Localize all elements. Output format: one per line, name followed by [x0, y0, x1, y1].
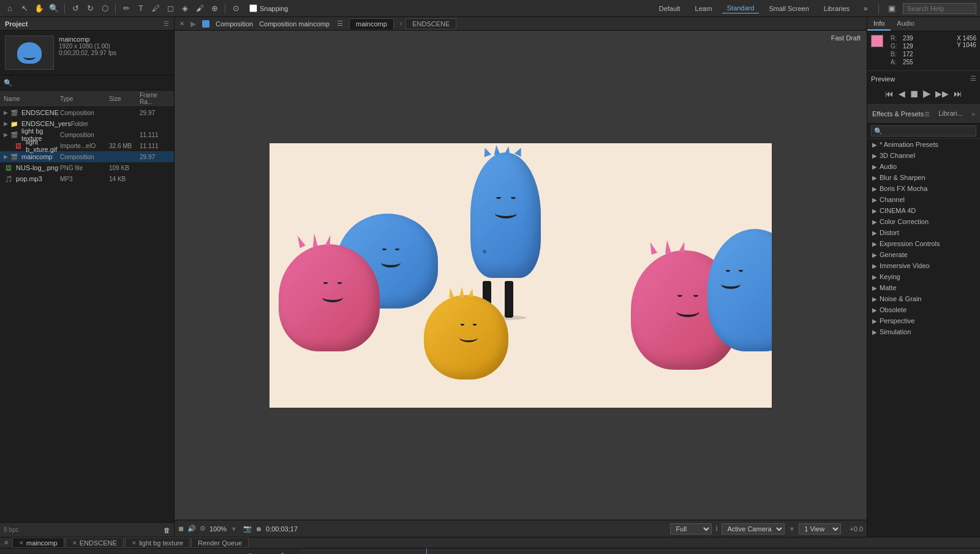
timeline-left-panel: 0;00;03;17 🔍 ↕ ⟳ + 📎 ◫ 00107 (29.97 fps)…: [0, 548, 301, 554]
home-icon[interactable]: ⌂: [4, 2, 16, 15]
workspace-standard[interactable]: Standard: [722, 3, 760, 13]
select-icon[interactable]: ↖: [18, 2, 31, 15]
cat-arrow-perspective: ▶: [872, 318, 877, 324]
hand-icon[interactable]: ✋: [33, 2, 45, 15]
timeline-tab-lightbg[interactable]: ✕ light bg texture: [125, 537, 190, 548]
preview-last-btn[interactable]: ⏭: [952, 88, 963, 100]
comp-preview-icon[interactable]: ◼: [178, 525, 184, 533]
comp-tab-endscene[interactable]: ENDSCENE: [405, 18, 456, 29]
pen-icon[interactable]: ✏: [120, 2, 132, 15]
project-search-input[interactable]: [15, 78, 170, 88]
project-item-6[interactable]: 🖼 NUS-log_.png PNG file 109 KB: [0, 162, 174, 173]
item3-expander[interactable]: ▶: [4, 132, 8, 138]
preview-menu-icon[interactable]: ☰: [970, 75, 976, 83]
effects-cat-immersive[interactable]: ▶ Immersive Video: [867, 260, 980, 271]
effects-cat-keying[interactable]: ▶ Keying: [867, 271, 980, 282]
timeline-tab-maincomp-x[interactable]: ✕: [19, 540, 24, 546]
text-icon[interactable]: T: [135, 2, 147, 15]
effects-equals-icon[interactable]: ☰: [924, 111, 930, 118]
preview-play-btn[interactable]: ▶: [922, 86, 932, 100]
effects-cat-color[interactable]: ▶ Color Correction: [867, 216, 980, 227]
preview-stop-btn[interactable]: ◼: [909, 86, 919, 100]
paint-icon[interactable]: 🖌: [194, 2, 206, 15]
effects-cat-cinema4d[interactable]: ▶ CINEMA 4D: [867, 205, 980, 216]
effects-cat-audio[interactable]: ▶ Audio: [867, 161, 980, 172]
comp-menu-icon[interactable]: ☰: [337, 20, 343, 28]
eraser-icon[interactable]: ◈: [179, 2, 191, 15]
project-item-4[interactable]: 🖼 light b_xture.gif Importe...eIO 32.6 M…: [0, 140, 174, 151]
preview-first-btn[interactable]: ⏮: [884, 88, 895, 100]
effects-cat-animation-presets[interactable]: ▶ * Animation Presets: [867, 139, 980, 150]
effects-cat-channel[interactable]: ▶ Channel: [867, 194, 980, 205]
item7-name: pop.mp3: [16, 175, 60, 182]
project-item-7[interactable]: 🎵 pop.mp3 MP3 14 KB: [0, 173, 174, 184]
tab-info[interactable]: Info: [867, 17, 891, 31]
tab-libraries[interactable]: Librari...: [932, 107, 969, 121]
timeline-tab-lightbg-x[interactable]: ✕: [132, 540, 137, 546]
shape-icon[interactable]: ◻: [164, 2, 176, 15]
screen-icon[interactable]: ▣: [886, 2, 898, 15]
workspace-smallscreen[interactable]: Small Screen: [764, 4, 813, 13]
rotate2-icon[interactable]: ↻: [84, 2, 96, 15]
project-item-1[interactable]: ▶ 🎬 ENDSCENE Composition 29.97: [0, 107, 174, 118]
zoom-icon[interactable]: 🔍: [48, 2, 60, 15]
col-type-header: Type: [60, 95, 109, 102]
comp-snapshot-icon[interactable]: 📷: [243, 525, 252, 533]
workspace-libraries[interactable]: Libraries: [819, 4, 854, 13]
comp-view-dropdown-icon[interactable]: ▼: [788, 525, 795, 533]
effects-cat-obsolete[interactable]: ▶ Obsolete: [867, 304, 980, 315]
timeline-tab-endscene[interactable]: ✕ ENDSCENE: [66, 537, 124, 548]
project-menu-icon[interactable]: ☰: [164, 20, 169, 27]
effects-categories: ▶ * Animation Presets ▶ 3D Channel ▶ Aud…: [867, 139, 980, 337]
comp-tab-maincomp[interactable]: maincomp: [349, 18, 394, 29]
effects-cat-blur[interactable]: ▶ Blur & Sharpen: [867, 172, 980, 183]
effects-cat-boris[interactable]: ▶ Boris FX Mocha: [867, 183, 980, 194]
workspace-default[interactable]: Default: [654, 4, 685, 13]
comp-views-select[interactable]: 1 View2 Views: [799, 523, 841, 534]
comp-record-icon[interactable]: ⏺: [255, 525, 262, 533]
zoom-dropdown-icon[interactable]: ▼: [230, 525, 237, 533]
timeline-tab-renderqueue[interactable]: Render Queue: [191, 537, 249, 548]
effects-cat-expression[interactable]: ▶ Expression Controls: [867, 238, 980, 249]
project-delete-icon[interactable]: 🗑: [164, 526, 170, 534]
preview-next-btn[interactable]: ▶▶: [934, 88, 950, 100]
comp-close-icon[interactable]: ✕: [179, 20, 184, 27]
project-item-5[interactable]: ▶ 🎬 maincomp Composition 29.97: [0, 151, 174, 162]
preview-prev-btn[interactable]: ◀: [897, 88, 907, 100]
effects-cat-perspective[interactable]: ▶ Perspective: [867, 315, 980, 326]
effects-cat-matte[interactable]: ▶ Matte: [867, 282, 980, 293]
rotate-icon[interactable]: ↺: [69, 2, 81, 15]
effects-search-input[interactable]: [871, 125, 976, 137]
expand-workspaces-icon[interactable]: »: [859, 2, 872, 15]
effects-cat-3dchannel[interactable]: ▶ 3D Channel: [867, 150, 980, 161]
timeline-tab-maincomp[interactable]: ✕ maincomp: [12, 537, 64, 548]
effects-cat-noise[interactable]: ▶ Noise & Grain: [867, 293, 980, 304]
effects-more-icon[interactable]: »: [971, 110, 975, 118]
pen2-icon[interactable]: 🖊: [149, 2, 162, 15]
anchor-icon[interactable]: ⊙: [230, 2, 242, 15]
transform-icon[interactable]: ⬡: [99, 2, 111, 15]
comp-audio-icon[interactable]: 🔊: [187, 525, 196, 533]
comp-zoom[interactable]: 100%: [209, 525, 227, 533]
item1-expander[interactable]: ▶: [4, 110, 8, 116]
project-footer: 8 bpc 🗑: [0, 522, 174, 537]
clone-icon[interactable]: ⊕: [208, 2, 221, 15]
comp-settings-icon[interactable]: ⚙: [200, 525, 206, 533]
item2-expander[interactable]: ▶: [4, 121, 8, 127]
timeline-close-icon[interactable]: ✕: [4, 539, 9, 546]
timeline-tab-endscene-x[interactable]: ✕: [72, 540, 77, 546]
effects-cat-simulation[interactable]: ▶ Simulation: [867, 326, 980, 337]
item5-icon: 🎬: [9, 152, 19, 162]
comp-view-select[interactable]: Active Camera: [722, 523, 785, 534]
workspace-learn[interactable]: Learn: [690, 4, 717, 13]
comp-name: Composition maincomp: [259, 20, 330, 28]
comp-quality-select[interactable]: FullHalfQuarter: [670, 523, 712, 534]
snapping-checkbox[interactable]: [249, 4, 257, 12]
project-title: Project: [5, 20, 28, 28]
effects-cat-distort[interactable]: ▶ Distort: [867, 227, 980, 238]
item5-expander[interactable]: ▶: [4, 154, 8, 160]
help-search[interactable]: [903, 3, 976, 14]
tab-audio[interactable]: Audio: [891, 17, 920, 31]
comp-expand-icon[interactable]: ▶: [190, 20, 196, 28]
effects-cat-generate[interactable]: ▶ Generate: [867, 249, 980, 260]
